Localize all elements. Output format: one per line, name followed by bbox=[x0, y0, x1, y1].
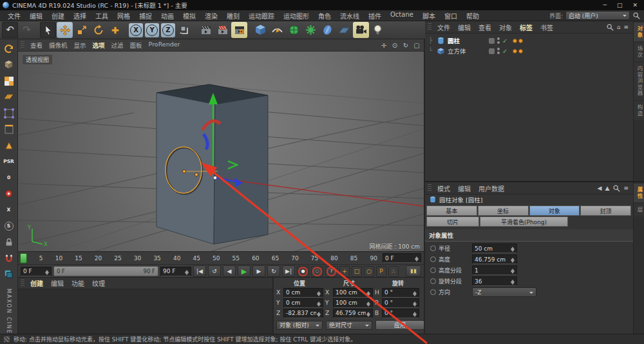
attribute-menu-item[interactable]: 用户数据 bbox=[475, 183, 508, 194]
material-menu-item[interactable]: 编辑 bbox=[47, 278, 68, 289]
last-tool-button[interactable] bbox=[107, 22, 123, 38]
am-search-icon[interactable] bbox=[612, 184, 620, 192]
light-button[interactable] bbox=[370, 22, 386, 38]
snap-button[interactable]: S bbox=[2, 219, 16, 233]
menubar-item[interactable]: 雕刻 bbox=[223, 10, 243, 21]
xray-toggle[interactable]: X bbox=[7, 207, 11, 213]
key-position-toggle[interactable]: + bbox=[339, 266, 350, 277]
lock-x-axis-button[interactable]: X bbox=[129, 23, 143, 37]
magnet-button[interactable] bbox=[2, 251, 16, 265]
size-mode-dropdown[interactable]: 绝对尺寸 bbox=[326, 321, 372, 330]
frame-stepper[interactable] bbox=[414, 254, 419, 262]
object-name[interactable]: 立方体 bbox=[448, 46, 486, 55]
rotate-tool-button[interactable] bbox=[90, 22, 106, 38]
interface-dropdown[interactable]: 启动 (用户) bbox=[565, 11, 630, 20]
orientation-dropdown[interactable]: -Z bbox=[472, 287, 536, 297]
maximize-button[interactable]: □ bbox=[617, 2, 623, 8]
layer-chip[interactable] bbox=[489, 38, 495, 44]
attribute-tab-secondary[interactable]: 切片 bbox=[426, 216, 479, 227]
keyframe-dot-icon[interactable] bbox=[430, 289, 436, 295]
loop-back-button[interactable]: ↺ bbox=[208, 265, 221, 277]
previous-frame-button[interactable]: ◀ bbox=[223, 265, 236, 277]
om-menu-icon[interactable]: ≡ bbox=[623, 24, 629, 30]
next-frame-button[interactable]: ▶ bbox=[252, 265, 265, 277]
keyframe-dot-icon[interactable] bbox=[430, 256, 436, 262]
camera-button[interactable] bbox=[353, 22, 369, 38]
viewport-view-label[interactable]: 透视视图 bbox=[22, 54, 53, 65]
keyframe-dot-icon[interactable] bbox=[430, 267, 436, 273]
workplane-button[interactable] bbox=[2, 90, 16, 104]
goto-end-button[interactable]: ▶| bbox=[282, 265, 295, 277]
render-view-button[interactable] bbox=[198, 22, 214, 38]
pos-x-field[interactable]: 0 cm bbox=[283, 288, 323, 298]
lock-button[interactable] bbox=[2, 235, 16, 249]
menubar-item[interactable]: 运动跟踪 bbox=[245, 10, 278, 21]
end-frame-field[interactable]: 90 F bbox=[160, 267, 191, 276]
om-side-tab[interactable]: 构造 bbox=[634, 101, 644, 120]
height-field[interactable]: 46.759 cm bbox=[472, 254, 517, 264]
material-menu-item[interactable]: 纹理 bbox=[88, 278, 109, 289]
material-list-area[interactable] bbox=[18, 289, 272, 334]
layer-browser-button[interactable] bbox=[2, 267, 16, 281]
object-manager-menu-item[interactable]: 书签 bbox=[536, 22, 557, 33]
object-manager-menu-item[interactable]: 编辑 bbox=[454, 22, 475, 33]
model-mode-button[interactable] bbox=[2, 58, 16, 72]
viewport-menu-item[interactable]: 显示 bbox=[71, 40, 90, 50]
move-tool-button[interactable] bbox=[57, 22, 73, 38]
size-x-field[interactable]: 100 cm bbox=[333, 288, 373, 298]
undo-button[interactable]: ↶ bbox=[2, 22, 18, 38]
pos-y-field[interactable]: 0 cm bbox=[283, 298, 323, 308]
render-settings-button[interactable] bbox=[231, 22, 247, 38]
enabled-check-icon[interactable]: ✓ bbox=[502, 37, 507, 44]
object-manager-menu-item[interactable]: 文件 bbox=[433, 22, 454, 33]
keyframe-selection-button[interactable]: ? bbox=[325, 266, 337, 277]
enabled-check-icon[interactable]: ✓ bbox=[502, 48, 507, 55]
attribute-tab[interactable]: 坐标 bbox=[478, 205, 529, 216]
panel-grip[interactable] bbox=[21, 280, 24, 287]
record-keyframe-button[interactable]: ● bbox=[297, 266, 309, 277]
object-row-cube[interactable]: └ 立方体 ✓ bbox=[429, 46, 644, 56]
radius-field[interactable]: 50 cm bbox=[472, 244, 517, 253]
timeline-ruler[interactable]: 051015202530354045505560657075808590 0 F bbox=[18, 252, 424, 265]
keyframe-bar-button[interactable] bbox=[406, 265, 421, 277]
am-side-tab[interactable]: 层 bbox=[634, 204, 644, 216]
texture-mode-button[interactable] bbox=[2, 74, 16, 88]
menubar-item[interactable]: 文件 bbox=[4, 10, 24, 21]
select-tool-button[interactable] bbox=[40, 22, 56, 38]
menubar-item[interactable]: 窗口 bbox=[440, 10, 461, 21]
size-y-field[interactable]: 100 cm bbox=[333, 298, 373, 308]
history-up-icon[interactable]: ▲ bbox=[605, 185, 610, 191]
apply-button[interactable]: 应用 bbox=[375, 320, 424, 330]
attribute-menu-item[interactable]: 编辑 bbox=[454, 183, 475, 194]
om-side-tab[interactable]: 对象 bbox=[634, 23, 644, 41]
key-parameter-toggle[interactable]: P bbox=[376, 266, 386, 277]
om-side-tab[interactable]: 内容浏览器 bbox=[634, 62, 644, 100]
panel-grip[interactable] bbox=[428, 184, 431, 192]
zoom-view-icon[interactable]: ⊙ bbox=[390, 42, 399, 49]
coordinate-system-button[interactable] bbox=[176, 22, 193, 38]
current-frame-field[interactable]: 0 F bbox=[383, 253, 421, 263]
menubar-item[interactable]: 渲染 bbox=[201, 10, 222, 21]
frame-range-slider[interactable]: 0 F 90 F bbox=[53, 266, 158, 276]
search-icon[interactable] bbox=[632, 12, 640, 19]
subdivision-surface-button[interactable] bbox=[286, 22, 302, 38]
edges-mode-button[interactable] bbox=[2, 122, 16, 136]
height-segments-field[interactable]: 1 bbox=[472, 265, 517, 275]
menubar-item[interactable]: 创建 bbox=[48, 10, 68, 21]
am-side-tab[interactable]: 属性 bbox=[634, 184, 644, 202]
om-filter-icon[interactable]: ⌂ bbox=[617, 24, 621, 30]
visibility-toggles[interactable] bbox=[497, 37, 500, 44]
menubar-item[interactable]: 流水线 bbox=[336, 10, 363, 21]
environment-button[interactable] bbox=[319, 22, 336, 38]
menubar-item[interactable]: 帮助 bbox=[462, 10, 483, 21]
menubar-item[interactable]: 插件 bbox=[365, 10, 385, 21]
menubar-item[interactable]: 角色 bbox=[314, 10, 335, 21]
polygons-mode-button[interactable] bbox=[2, 139, 16, 152]
om-side-tab[interactable]: 场次 bbox=[634, 43, 644, 61]
layer-chip[interactable] bbox=[489, 48, 495, 54]
menubar-item[interactable]: 网格 bbox=[113, 10, 134, 21]
coord-mode-dropdown[interactable]: 对象 (相对) bbox=[276, 321, 323, 330]
object-manager-menu-item[interactable]: 对象 bbox=[495, 22, 516, 33]
menubar-item[interactable]: 捕捉 bbox=[135, 10, 156, 21]
object-manager-menu-item[interactable]: 查看 bbox=[475, 22, 495, 33]
